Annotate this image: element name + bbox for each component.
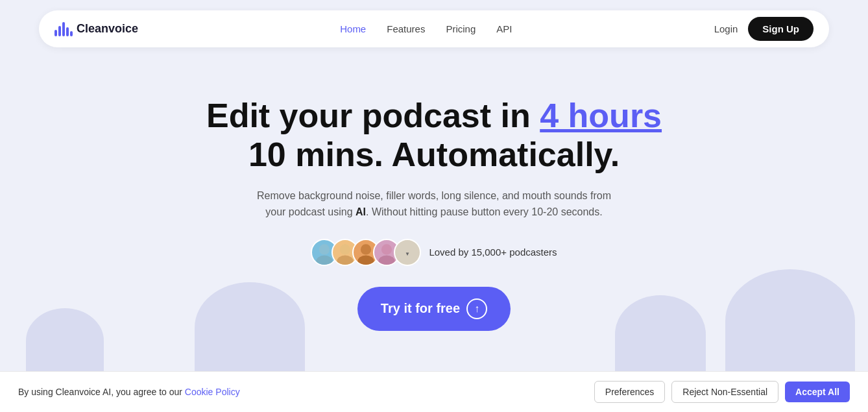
cta-label: Try it for free bbox=[381, 301, 460, 316]
subtitle-ai: AI bbox=[356, 206, 366, 217]
avatar-group: ▼ bbox=[311, 239, 421, 266]
navbar: Cleanvoice Home Features Pricing API Log… bbox=[39, 10, 829, 47]
svg-point-1 bbox=[317, 255, 333, 265]
nav-home[interactable]: Home bbox=[340, 23, 366, 34]
logo-bar-5 bbox=[70, 31, 73, 36]
reject-button[interactable]: Reject Non-Essential bbox=[671, 381, 778, 403]
logo-bar-2 bbox=[58, 26, 61, 36]
svg-point-6 bbox=[381, 244, 392, 254]
nav-features[interactable]: Features bbox=[387, 23, 425, 34]
logo-text: Cleanvoice bbox=[77, 22, 138, 36]
logo[interactable]: Cleanvoice bbox=[54, 22, 138, 36]
svg-point-2 bbox=[340, 244, 350, 254]
cookie-actions: Preferences Reject Non-Essential Accept … bbox=[594, 381, 850, 403]
logo-bar-4 bbox=[66, 27, 69, 36]
signup-button[interactable]: Sign Up bbox=[748, 17, 814, 41]
nav-api[interactable]: API bbox=[496, 23, 512, 34]
social-proof-text: Loved by 15,000+ podcasters bbox=[429, 247, 557, 258]
svg-point-0 bbox=[319, 244, 330, 254]
hero-title: Edit your podcast in 4 hours 10 mins. Au… bbox=[13, 97, 855, 175]
logo-bar-1 bbox=[54, 30, 57, 36]
hero-title-line1: Edit your podcast in 4 hours bbox=[206, 97, 662, 134]
logo-icon bbox=[54, 22, 73, 36]
svg-point-7 bbox=[379, 255, 395, 265]
cookie-text: By using Cleanvoice AI, you agree to our… bbox=[18, 387, 240, 397]
svg-text:▼: ▼ bbox=[405, 250, 410, 256]
avatar-5: ▼ bbox=[394, 239, 421, 266]
preferences-button[interactable]: Preferences bbox=[594, 381, 665, 403]
cookie-bar: By using Cleanvoice AI, you agree to our… bbox=[0, 371, 868, 412]
cookie-policy-link[interactable]: Cookie Policy bbox=[185, 387, 240, 397]
svg-point-5 bbox=[358, 255, 374, 265]
cta-button[interactable]: Try it for free ↑ bbox=[357, 287, 511, 331]
svg-point-3 bbox=[337, 255, 354, 265]
svg-point-4 bbox=[361, 244, 371, 254]
logo-bar-3 bbox=[62, 22, 65, 36]
nav-links: Home Features Pricing API bbox=[340, 23, 512, 34]
social-proof: ▼ Loved by 15,000+ podcasters bbox=[13, 239, 855, 266]
cta-arrow-icon: ↑ bbox=[466, 298, 487, 319]
hero-section: Edit your podcast in 4 hours 10 mins. Au… bbox=[0, 58, 868, 331]
subtitle-text-2: . Without hitting pause button every 10-… bbox=[366, 206, 603, 217]
login-button[interactable]: Login bbox=[714, 23, 738, 34]
accept-button[interactable]: Accept All bbox=[785, 382, 850, 402]
hero-title-line2: 10 mins. Automatically. bbox=[248, 136, 620, 173]
hero-highlight: 4 hours bbox=[540, 97, 662, 134]
navbar-actions: Login Sign Up bbox=[714, 17, 814, 41]
nav-pricing[interactable]: Pricing bbox=[446, 23, 476, 34]
hero-subtitle: Remove background noise, filler words, l… bbox=[246, 188, 622, 221]
cookie-prefix: By using Cleanvoice AI, you agree to our bbox=[18, 387, 182, 397]
